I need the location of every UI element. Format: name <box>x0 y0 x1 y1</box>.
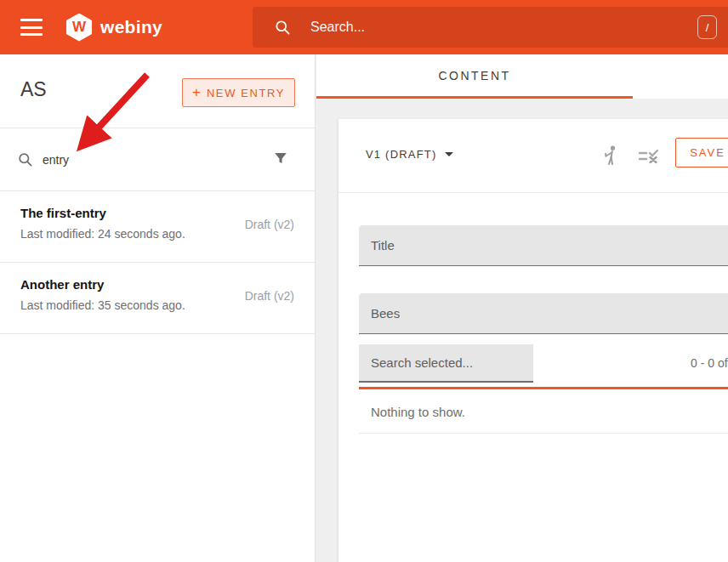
logo-text: webiny <box>100 17 162 37</box>
title-field[interactable]: Title <box>359 225 728 266</box>
save-button-label: SAVE <box>690 146 725 159</box>
app-window: W webiny Search... / AS + NEW ENTRY entr… <box>0 0 728 562</box>
entry-form-toolbar: V1 (DRAFT) S <box>338 119 728 193</box>
global-search-input[interactable]: Search... / <box>253 7 728 48</box>
tab-content-label: CONTENT <box>438 69 510 82</box>
app-header: W webiny Search... / <box>0 0 728 54</box>
entries-search-input[interactable]: entry <box>43 153 69 167</box>
entry-list-item[interactable]: Another entry Last modified: 35 seconds … <box>0 263 315 334</box>
new-entry-label: NEW ENTRY <box>207 87 285 99</box>
plus-icon: + <box>192 84 201 101</box>
validation-list-icon[interactable] <box>638 149 660 166</box>
version-label: V1 (DRAFT) <box>366 148 437 161</box>
tab-content[interactable]: CONTENT <box>316 54 633 99</box>
search-icon <box>274 19 291 36</box>
bees-field-label: Bees <box>371 306 400 321</box>
filter-icon[interactable] <box>273 150 288 166</box>
search-icon <box>17 151 33 167</box>
bees-field[interactable]: Bees <box>359 293 728 334</box>
pagination-label: 0 - 0 of 0 <box>691 356 728 370</box>
global-search-placeholder: Search... <box>310 20 365 35</box>
empty-message: Nothing to show. <box>371 405 465 419</box>
hamburger-menu-icon[interactable] <box>20 19 43 36</box>
webiny-hexagon-icon: W <box>66 14 92 42</box>
entries-search-bar: entry <box>0 128 315 190</box>
new-entry-button[interactable]: + NEW ENTRY <box>182 78 295 107</box>
entry-list: The first-entry Last modified: 24 second… <box>0 190 315 334</box>
webiny-logo[interactable]: W webiny <box>66 14 162 42</box>
title-field-label: Title <box>371 238 395 253</box>
entry-form-card: V1 (DRAFT) S <box>338 119 728 562</box>
person-icon[interactable] <box>600 145 621 167</box>
chevron-down-icon <box>445 152 453 156</box>
slash-shortcut-badge: / <box>697 15 717 39</box>
table-header-rule <box>359 387 728 389</box>
search-selected-placeholder: Search selected... <box>371 355 473 370</box>
row-divider <box>359 433 728 434</box>
sidebar-header: AS + NEW ENTRY <box>0 54 315 128</box>
content-panel: CONTENT V1 (DRAFT) <box>316 54 728 562</box>
search-selected-input[interactable]: Search selected... <box>359 344 533 383</box>
entry-list-item[interactable]: The first-entry Last modified: 24 second… <box>0 191 315 263</box>
entry-status-badge: Draft (v2) <box>245 218 294 231</box>
model-title: AS <box>20 78 47 101</box>
entry-status-badge: Draft (v2) <box>245 289 294 303</box>
save-button[interactable]: SAVE <box>675 138 728 167</box>
sidebar: AS + NEW ENTRY entry The first-entry Las… <box>0 54 316 562</box>
version-dropdown[interactable]: V1 (DRAFT) <box>366 148 453 161</box>
tab-bar: CONTENT <box>316 54 728 99</box>
